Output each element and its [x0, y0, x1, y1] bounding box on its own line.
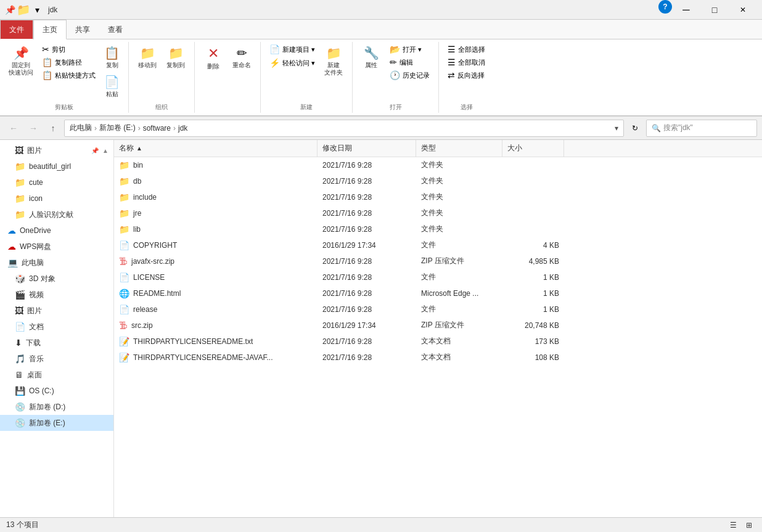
table-row[interactable]: 📁 db 2021/7/16 9:28 文件夹 — [114, 173, 762, 189]
grid-view-button[interactable]: ⊞ — [742, 518, 756, 532]
sidebar-item-downloads[interactable]: ⬇ 下载 — [0, 335, 113, 351]
new-folder-button[interactable]: 📁 新建文件夹 — [320, 43, 347, 79]
breadcrumb-jdk: jdk — [178, 124, 187, 133]
sidebar-item-music[interactable]: 🎵 音乐 — [0, 351, 113, 367]
pin-button[interactable]: 📌 固定到快速访问 — [5, 43, 37, 79]
new-item-button[interactable]: 📄 新建项目 ▾ — [266, 43, 319, 55]
back-button[interactable]: ← — [5, 120, 22, 137]
copy-button[interactable]: 📋 复制 — [100, 43, 123, 72]
table-row[interactable]: 📝 THIRDPARTYLICENSEREADME.txt 2021/7/16 … — [114, 334, 762, 350]
file-name: COPYRIGHT — [133, 241, 177, 250]
sidebar-item-beautiful-girl[interactable]: 📁 beautiful_girl — [0, 158, 113, 174]
sidebar-item-new-vol-e[interactable]: 💿 新加卷 (E:) — [0, 415, 113, 431]
edit-button[interactable]: ✏ 编辑 — [386, 56, 433, 68]
table-row[interactable]: 📝 THIRDPARTYLICENSEREADME-JAVAF... 2021/… — [114, 350, 762, 366]
rename-button[interactable]: ✏ 重命名 — [228, 43, 255, 72]
table-row[interactable]: 📄 release 2021/7/16 9:28 文件 1 KB — [114, 301, 762, 317]
copy-path-button[interactable]: 📋 复制路径 — [38, 56, 99, 68]
invert-button[interactable]: ⇄ 反向选择 — [444, 69, 489, 81]
3d-icon: 🎲 — [15, 274, 25, 284]
paste-shortcut-button[interactable]: 📋 粘贴快捷方式 — [38, 69, 99, 81]
refresh-button[interactable]: ↻ — [626, 120, 644, 137]
window-title: jdk — [48, 6, 658, 14]
sidebar: 🖼 图片 📌 ▲ 📁 beautiful_girl 📁 cute 📁 icon … — [0, 140, 114, 517]
open-label: 打开 — [390, 100, 402, 112]
copy-to-button[interactable]: 📁 复制到 — [162, 43, 189, 72]
downloads-label: 下载 — [26, 338, 41, 348]
up-button[interactable]: ↑ — [44, 120, 62, 137]
sidebar-item-face-recognition[interactable]: 📁 人脸识别文献 — [0, 207, 113, 223]
file-type-icon: 📁 — [119, 160, 129, 170]
onedrive-label: OneDrive — [20, 226, 51, 235]
select-all-button[interactable]: ☰ 全部选择 — [444, 43, 489, 55]
table-row[interactable]: 📄 LICENSE 2021/7/16 9:28 文件 1 KB — [114, 269, 762, 285]
file-size-cell: 173 KB — [502, 337, 564, 346]
search-box[interactable]: 🔍 搜索"jdk" — [646, 120, 757, 137]
file-list: 📁 bin 2021/7/16 9:28 文件夹 📁 db 2021/7/16 … — [114, 157, 762, 517]
new-folder-label: 新建文件夹 — [324, 62, 343, 76]
cut-label: 剪切 — [52, 45, 65, 54]
sidebar-item-new-vol-d[interactable]: 💿 新加卷 (D:) — [0, 399, 113, 415]
address-input[interactable]: 此电脑 › 新加卷 (E:) › software › jdk ▾ — [64, 120, 624, 137]
open-button[interactable]: 📂 打开 ▾ — [386, 43, 433, 55]
history-label: 历史记录 — [403, 71, 430, 80]
col-type-header[interactable]: 类型 — [416, 140, 502, 157]
select-none-button[interactable]: ☰ 全部取消 — [444, 56, 489, 68]
table-row[interactable]: 🌐 README.html 2021/7/16 9:28 Microsoft E… — [114, 285, 762, 301]
close-button[interactable]: ✕ — [729, 0, 757, 20]
address-chevron[interactable]: ▾ — [615, 124, 618, 133]
table-row[interactable]: 📁 bin 2021/7/16 9:28 文件夹 — [114, 157, 762, 173]
table-row[interactable]: 📁 include 2021/7/16 9:28 文件夹 — [114, 189, 762, 205]
file-date-cell: 2021/7/16 9:28 — [318, 305, 416, 314]
select-label: 选择 — [461, 100, 473, 112]
file-type-cell: ZIP 压缩文件 — [416, 320, 502, 330]
this-pc-label: 此电脑 — [22, 258, 44, 268]
file-type-cell: ZIP 压缩文件 — [416, 256, 502, 266]
delete-button[interactable]: ✕ 删除 — [200, 43, 227, 73]
sidebar-item-pictures-pinned[interactable]: 🖼 图片 📌 ▲ — [0, 142, 113, 158]
table-row[interactable]: 📁 jre 2021/7/16 9:28 文件夹 — [114, 205, 762, 221]
col-name-header[interactable]: 名称 ▲ — [114, 140, 318, 157]
copy-label: 复制 — [106, 62, 118, 69]
tab-file[interactable]: 文件 — [0, 20, 33, 39]
ribbon-group-organize: 📁 移动到 📁 复制到 组织 — [129, 42, 195, 113]
table-row[interactable]: 📁 lib 2021/7/16 9:28 文件夹 — [114, 221, 762, 237]
easy-access-button[interactable]: ⚡ 轻松访问 ▾ — [266, 57, 319, 69]
file-name: LICENSE — [133, 273, 165, 282]
title-bar-icons: 📌 📁 ▾ — [5, 5, 42, 15]
tab-view[interactable]: 查看 — [99, 20, 132, 39]
help-button[interactable]: ? — [658, 0, 672, 14]
move-to-button[interactable]: 📁 移动到 — [134, 43, 161, 72]
col-date-header[interactable]: 修改日期 — [318, 140, 416, 157]
properties-button[interactable]: 🔧 属性 — [358, 43, 385, 72]
maximize-button[interactable]: □ — [700, 0, 729, 20]
cut-button[interactable]: ✂ 剪切 — [38, 43, 99, 55]
sidebar-item-cute[interactable]: 📁 cute — [0, 174, 113, 190]
sidebar-item-videos[interactable]: 🎬 视频 — [0, 287, 113, 303]
table-row[interactable]: 📄 COPYRIGHT 2016/1/29 17:34 文件 4 KB — [114, 237, 762, 253]
sidebar-item-this-pc[interactable]: 💻 此电脑 — [0, 255, 113, 271]
sidebar-item-3d[interactable]: 🎲 3D 对象 — [0, 271, 113, 287]
col-size-header[interactable]: 大小 — [502, 140, 564, 157]
sidebar-item-icon[interactable]: 📁 icon — [0, 190, 113, 207]
forward-button[interactable]: → — [25, 120, 42, 137]
minimize-button[interactable]: ─ — [672, 0, 700, 20]
table-row[interactable]: 🗜 javafx-src.zip 2021/7/16 9:28 ZIP 压缩文件… — [114, 253, 762, 269]
file-size-cell: 4 KB — [502, 241, 564, 250]
sidebar-item-os-c[interactable]: 💾 OS (C:) — [0, 383, 113, 399]
sidebar-item-documents[interactable]: 📄 文档 — [0, 319, 113, 335]
paste-button[interactable]: 📄 粘贴 — [100, 72, 123, 100]
file-name-cell: 🌐 README.html — [114, 289, 318, 298]
sidebar-item-desktop[interactable]: 🖥 桌面 — [0, 367, 113, 383]
tab-share[interactable]: 共享 — [67, 20, 99, 39]
folder-title-icon: 📁 — [18, 5, 28, 15]
file-type-icon: 📁 — [119, 176, 129, 186]
list-view-button[interactable]: ☰ — [726, 518, 740, 532]
sidebar-item-onedrive[interactable]: ☁ OneDrive — [0, 223, 113, 239]
history-button[interactable]: 🕐 历史记录 — [386, 69, 433, 81]
sidebar-item-wps[interactable]: ☁ WPS网盘 — [0, 239, 113, 255]
sidebar-item-pictures[interactable]: 🖼 图片 — [0, 303, 113, 319]
table-row[interactable]: 🗜 src.zip 2016/1/29 17:34 ZIP 压缩文件 20,74… — [114, 317, 762, 334]
edit-label: 编辑 — [399, 58, 413, 67]
tab-home[interactable]: 主页 — [33, 20, 67, 39]
